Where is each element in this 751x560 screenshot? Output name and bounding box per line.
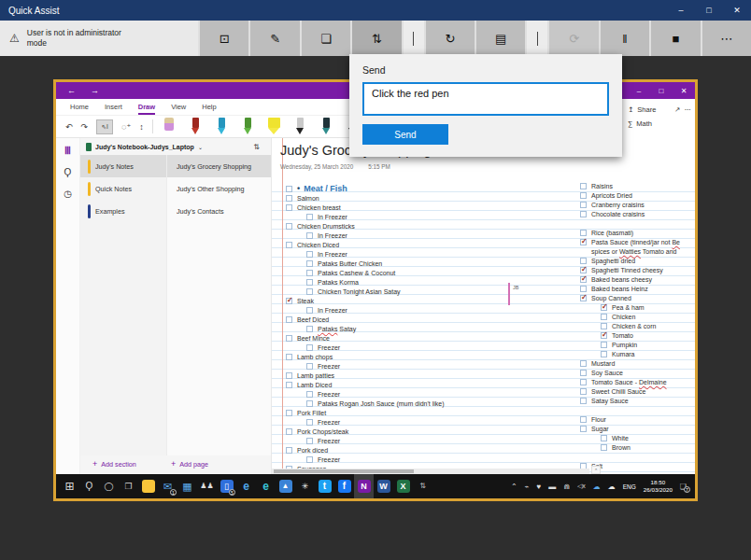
excel-icon[interactable]: X	[393, 474, 413, 498]
item-text[interactable]: Chicken breast	[297, 204, 341, 211]
onenote-icon[interactable]: N	[354, 474, 374, 498]
item-text[interactable]: Steak	[297, 298, 314, 304]
item-text[interactable]: Tomato	[612, 332, 633, 339]
item-text[interactable]: Lamb patties	[297, 372, 334, 379]
language-indicator[interactable]: ENG	[623, 483, 636, 490]
item-text[interactable]: Sugar	[591, 426, 609, 432]
ribbon-tab[interactable]: View	[171, 103, 186, 115]
item-text[interactable]: Freezer	[318, 344, 340, 351]
select-ink-icon[interactable]: ⇖I	[96, 119, 113, 134]
checkbox[interactable]	[601, 435, 607, 441]
cloud-icon[interactable]: ☁	[608, 483, 616, 491]
item-text[interactable]: Chicken Drumsticks	[297, 223, 355, 230]
facebook-icon[interactable]: f	[334, 474, 354, 498]
checkbox[interactable]	[601, 342, 607, 348]
resize-icon[interactable]: ↕	[139, 122, 144, 132]
photos-icon[interactable]: ▲	[276, 474, 295, 498]
item-text[interactable]: Pork diced	[297, 447, 328, 454]
file-explorer-icon[interactable]	[138, 474, 158, 498]
item-text[interactable]: Brown	[612, 444, 631, 451]
checkbox[interactable]	[286, 382, 292, 388]
undo-icon[interactable]: ↶	[65, 122, 73, 132]
checkbox[interactable]	[306, 326, 313, 332]
item-text[interactable]: In Freezer	[318, 214, 347, 220]
item-text[interactable]: Raisins	[591, 183, 613, 189]
close-icon[interactable]: ✕	[723, 0, 751, 21]
item-text[interactable]: Apricots Dried	[591, 192, 632, 199]
item-text[interactable]: Spaghetti dried	[591, 258, 635, 264]
item-text[interactable]: Pataks Satay	[318, 326, 356, 332]
pause-icon[interactable]: ‖	[599, 21, 649, 56]
item-text[interactable]: Meat / Fish	[304, 184, 347, 193]
item-text[interactable]: Freezer	[318, 438, 340, 444]
select-monitor-icon[interactable]: ⊡	[198, 21, 248, 56]
more-icon[interactable]: ⋯	[701, 21, 751, 56]
forward-icon[interactable]: →	[91, 86, 99, 95]
item-text[interactable]: Pataks Rogan Josh Sauce (mum didn't like…	[318, 400, 445, 407]
search-icon[interactable]: Ϙ	[79, 474, 99, 498]
checkbox[interactable]	[601, 323, 607, 329]
send-button[interactable]: Send	[362, 124, 448, 145]
item-text[interactable]: Freezer	[318, 456, 340, 463]
item-text[interactable]: Pataks Butter Chicken	[318, 260, 382, 267]
checkbox[interactable]	[580, 360, 587, 367]
teal-pen-icon[interactable]	[322, 118, 331, 136]
item-text[interactable]: Pea & ham	[612, 304, 645, 311]
word-icon[interactable]: W	[374, 474, 393, 498]
maximize-icon[interactable]: □	[650, 82, 673, 99]
item-text[interactable]: Pork Chops/steak	[297, 428, 348, 435]
edge-icon[interactable]: e	[256, 474, 276, 498]
checkbox[interactable]	[306, 391, 313, 398]
checkbox[interactable]	[580, 183, 587, 189]
checkbox[interactable]	[306, 279, 313, 286]
minimize-icon[interactable]: –	[628, 82, 650, 99]
toolbar-separator[interactable]	[525, 21, 547, 56]
notification-icon[interactable]: ❏ 7	[680, 483, 687, 491]
checkbox[interactable]	[306, 400, 313, 407]
item-text[interactable]: Kumara	[612, 351, 635, 357]
checkbox[interactable]	[286, 186, 292, 192]
item-text[interactable]: Chicken	[612, 314, 635, 320]
checkbox[interactable]	[286, 447, 292, 454]
asterisk-app-icon[interactable]: ✳	[295, 474, 315, 498]
ribbon-tab[interactable]: Draw	[138, 103, 155, 115]
checkbox[interactable]	[306, 214, 313, 220]
item-text[interactable]: Pataks Cashew & Coconut	[318, 270, 395, 276]
sort-icon[interactable]: ⇅	[253, 143, 260, 151]
page-item[interactable]: Judy's Other Shopping	[167, 177, 271, 200]
instruction-channel-icon[interactable]: ⇅	[350, 21, 401, 56]
wifi-icon[interactable]: ⋒	[563, 483, 570, 491]
search-icon[interactable]: Ϙ	[64, 167, 72, 177]
volume-muted-icon[interactable]: ◁x	[577, 483, 586, 490]
notebooks-icon[interactable]: Ⅲ	[64, 146, 71, 156]
item-text[interactable]: Pumpkin	[612, 342, 637, 348]
message-input[interactable]: Click the red pen	[362, 82, 609, 116]
annotate-icon[interactable]: ✎	[248, 21, 299, 56]
item-text[interactable]: Pork Fillet	[297, 410, 326, 416]
checkbox[interactable]	[580, 192, 587, 199]
checkbox[interactable]	[580, 267, 587, 273]
section-item[interactable]: Judy's Notes	[80, 155, 166, 177]
item-text[interactable]: Chocolate craisins	[591, 211, 645, 217]
checkbox[interactable]	[306, 344, 313, 351]
checkbox[interactable]	[580, 379, 587, 385]
checkbox[interactable]	[306, 456, 313, 463]
lasso-select-icon[interactable]: ◌⁺	[121, 122, 131, 132]
checkbox[interactable]	[580, 258, 587, 264]
edge-legacy-icon[interactable]: e	[236, 474, 256, 498]
checkbox[interactable]	[580, 426, 587, 432]
add-section-button[interactable]: + Add section	[92, 459, 136, 469]
checkbox[interactable]	[306, 270, 313, 276]
minimize-icon[interactable]: –	[667, 0, 695, 21]
checkbox[interactable]	[306, 419, 313, 426]
green-pen-icon[interactable]	[244, 118, 252, 136]
checkbox[interactable]	[601, 351, 607, 357]
people-icon[interactable]: ♟♟	[197, 474, 217, 498]
item-text[interactable]: Flour	[591, 416, 606, 423]
item-text[interactable]: Lamb chops	[297, 354, 333, 360]
onedrive-icon[interactable]: ☁	[593, 483, 601, 491]
recent-notes-icon[interactable]: ◷	[64, 189, 72, 199]
item-text[interactable]: Cranberry craisins	[591, 202, 645, 208]
checkbox[interactable]	[286, 298, 292, 304]
checkbox[interactable]	[286, 372, 292, 379]
